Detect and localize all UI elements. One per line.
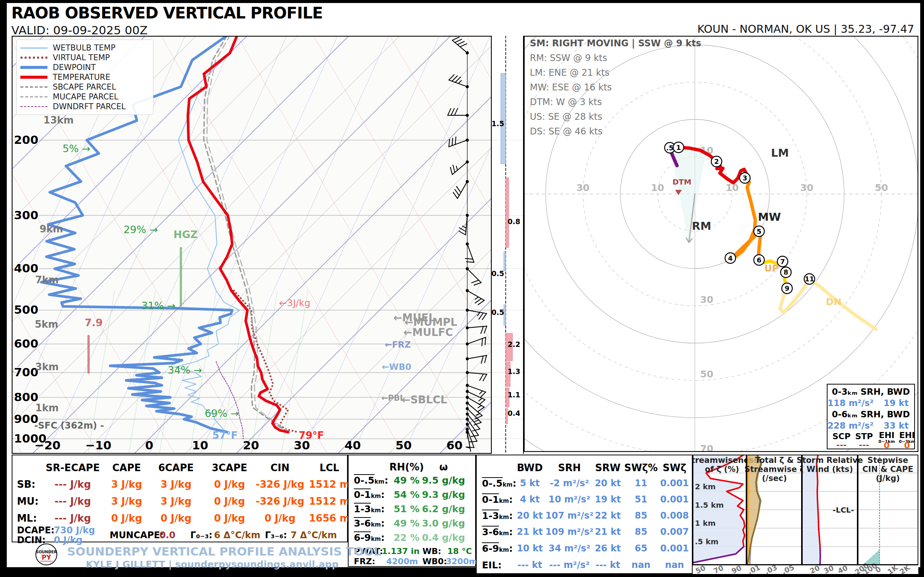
height-label: 5km [35, 319, 58, 330]
height-label: 13km [43, 114, 74, 126]
pressure-tick-label: 400 [14, 261, 39, 275]
srh-0-3-value: 118 m²/s² [827, 398, 874, 408]
sm-line: SM: RIGHT MOVING | SSW @ 9 kts [530, 38, 701, 48]
dewpoint-line-icon [20, 66, 47, 69]
shear-header: BWD [517, 462, 543, 474]
shear-row-label: 1-3km: [482, 510, 513, 521]
thermo-value: 0 J/kg [214, 496, 245, 507]
rh-value: 49 % [394, 518, 420, 529]
temp-tick-label: −20 [34, 438, 60, 452]
skewt-panel: 2003004005006007008009001000−20−10010203… [12, 36, 492, 454]
ring-label: 10 [651, 182, 664, 193]
wb0-label: WB0: [422, 557, 447, 566]
height-marker-label: 3 [742, 174, 747, 182]
legend-label: VIRTUAL TEMP [53, 53, 110, 62]
valid-time: VALID: 09-09-2025 00Z [11, 23, 148, 37]
shear-value: 65 [635, 543, 647, 554]
skewt-annotation: ←3J/kg [279, 298, 310, 308]
adv-bar-label: -1.5 [492, 119, 504, 128]
thermo-value: 0 J/kg [111, 513, 142, 524]
ring-label: 30 [700, 294, 713, 305]
mini-panels: 2 km1.5 km1 km.5 km507090Streamwisenesso… [693, 455, 918, 574]
panel-title: (J/kg) [876, 474, 900, 483]
srh-0-6-value: 228 m²/s² [827, 421, 874, 430]
srh-0-3-header: 0-3ₖₘ SRH, BWD [832, 387, 909, 396]
shear-header: SRW [595, 462, 620, 474]
legend-row: VIRTUAL TEMP [20, 53, 149, 63]
footer-line1: SOUNDERPY VERTICAL PROFILE ANALYSIS TOOL [67, 545, 357, 558]
thermo-row-label: MU: [17, 496, 39, 507]
wetbulb-line-icon [20, 47, 47, 48]
temp-tick-label: 60 [446, 438, 462, 452]
thermo-value: 0 J/kg [214, 513, 245, 524]
km-label: 1.5 km [695, 501, 724, 509]
mixing-ratio-value: 0.4 g/kg [422, 532, 465, 543]
thermo-value: -326 J/kg [255, 479, 304, 490]
shear-value: --- kt [517, 560, 542, 570]
shear-value: 20 kt [594, 478, 621, 488]
height-marker-label: .5 [666, 144, 674, 152]
hodo-motion-label: UP [764, 263, 779, 274]
moisture-row-label: 3-6km: [354, 518, 385, 529]
page-title: RAOB OBSERVED VERTICAL PROFILE [11, 4, 323, 22]
temp-tick-label: 50 [395, 438, 412, 452]
temp-tick-label: 10 [192, 438, 208, 452]
thermo-value: --- J/kg [55, 496, 91, 507]
adv-bar-label: 0.8 [507, 217, 520, 226]
height-label: 3km [35, 361, 58, 372]
panel-title: (/sec) [762, 474, 787, 483]
rh-value: 54 % [394, 489, 420, 500]
footer-title: SOUNDERPY VERTICAL PROFILE ANALYSIS TOOL… [67, 545, 357, 570]
dtm-label: DTM [672, 177, 691, 187]
pressure-tick-label: 600 [14, 337, 39, 350]
shear-value: -2 m²/s² [550, 478, 589, 488]
shear-value: 26 kt [594, 543, 621, 554]
shear-value: 19 kt [594, 494, 621, 505]
moisture-row-label: 0-1km: [354, 489, 385, 500]
thermo-value: --- J/kg [55, 479, 91, 490]
skewt-annotation: 29% → [124, 224, 158, 235]
rh-value: 49 % [394, 475, 420, 486]
ring-label: 30 [800, 182, 814, 193]
virtual-line-icon [20, 56, 47, 59]
shear-value: 107 m²/s² [545, 510, 593, 521]
panel-title: CIN & CAPE [862, 465, 913, 474]
bwd-0-3-value: 19 kt [884, 398, 909, 408]
pressure-tick-label: 700 [14, 365, 39, 379]
thermo-value: 1512 m [309, 479, 350, 490]
sm-line: MW: ESE @ 16 kts [530, 82, 612, 93]
ehi1-value: 0 [884, 441, 889, 450]
shear-value: 85 [635, 527, 647, 537]
km-label: 1 km [695, 519, 716, 528]
svg-text:PY: PY [42, 554, 51, 561]
shear-value: nan [632, 560, 650, 570]
height-marker-label: 6 [757, 256, 762, 264]
height-marker-label: 9 [785, 284, 790, 292]
shear-value: 10 m²/s² [549, 494, 591, 505]
shear-value: 0.001 [660, 543, 689, 554]
thermo-header: CIN [271, 462, 290, 474]
shear-value: 85 [635, 510, 647, 521]
moisture-row-label: 6-9km: [354, 532, 385, 543]
thermo-value: --- J/kg [55, 513, 91, 524]
adv-bar-label: 2.2 [507, 340, 520, 348]
scp-value: --- [836, 440, 846, 450]
scp-header: SCP [832, 432, 851, 441]
panel-title: of ζ (%) [705, 465, 739, 474]
muncape-label: MUNCAPE: [110, 530, 163, 540]
thermo-value: 1656 m [309, 513, 350, 524]
thermo-value: -326 J/kg [255, 496, 304, 507]
legend-label: TEMPERATURE [53, 73, 110, 82]
lcl-label: -LCL- [833, 505, 854, 514]
hodograph-panel: 301010305010305070DTMLMMWRMUPDN.51234567… [524, 36, 918, 452]
thermo-table: SR-ECAPECAPE6CAPE3CAPECINLCLSB:--- J/kg3… [12, 455, 348, 542]
sounderpy-logo: SOUNDER PY [29, 543, 63, 566]
shear-value: 0.008 [660, 510, 689, 521]
srh-bwd-box: 0-3ₖₘ SRH, BWD118 m²/s²19 kt0-6ₖₘ SRH, B… [827, 384, 915, 450]
shear-value: 4 kt [520, 494, 540, 505]
panel-title: Total ζ & [755, 456, 794, 465]
mucape-line-icon [20, 96, 47, 98]
wb-label: WB: [422, 546, 441, 556]
km-label: .5 km [695, 537, 719, 546]
shear-value: 51 [635, 494, 647, 505]
